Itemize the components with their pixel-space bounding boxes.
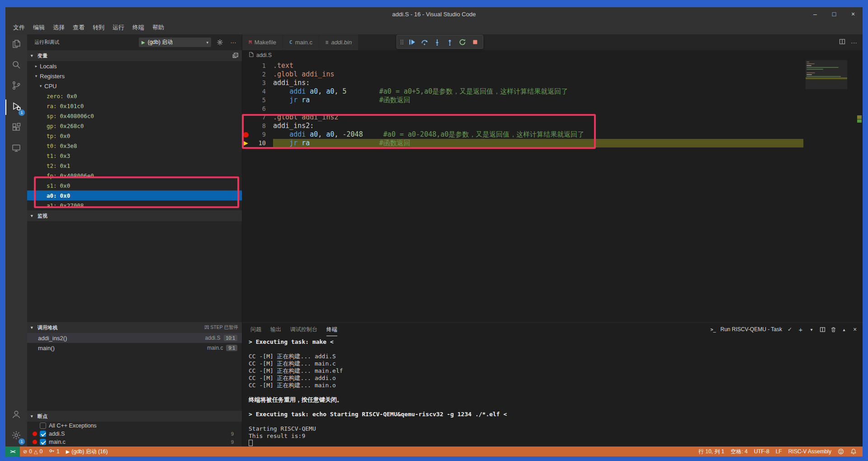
checkbox[interactable]	[40, 423, 46, 429]
breakpoints-section-header[interactable]: ▾ 断点	[27, 411, 242, 422]
register-row[interactable]: gp:0x268c0	[27, 121, 242, 131]
register-row[interactable]: a1:0x27008	[27, 200, 242, 210]
breakpoint-row[interactable]: addi.S9	[27, 430, 242, 438]
code-line[interactable]: 7.globl addi_ins2	[242, 113, 806, 122]
variables-section-header[interactable]: ▾ 变量	[27, 50, 242, 61]
register-row[interactable]: a0:0x0	[27, 190, 242, 200]
cursor-position[interactable]: 行 10, 列 1	[695, 447, 727, 456]
debug-settings-gear-icon[interactable]	[215, 38, 225, 48]
activity-item-extensions[interactable]	[5, 118, 27, 138]
register-row[interactable]: s1:0x0	[27, 181, 242, 190]
activity-item-remote-explorer[interactable]	[5, 138, 27, 159]
breakpoint-icon[interactable]	[243, 132, 249, 138]
encoding-setting[interactable]: UTF-8	[751, 447, 773, 456]
new-terminal-button[interactable]: +	[797, 326, 804, 333]
breakpoint-row[interactable]: All C++ Exceptions	[27, 422, 242, 430]
activity-item-settings[interactable]: 1	[5, 426, 27, 447]
breakpoint-row[interactable]: main.c9	[27, 438, 242, 446]
panel-tab[interactable]: 输出	[270, 323, 281, 336]
close-panel-icon[interactable]: ×	[852, 326, 858, 333]
menu-item[interactable]: 运行	[108, 23, 128, 33]
continue-button[interactable]	[406, 36, 418, 48]
menu-item[interactable]: 转到	[89, 23, 108, 33]
minimap[interactable]	[806, 62, 847, 80]
menu-item[interactable]: 文件	[9, 23, 29, 33]
remote-indicator[interactable]: ><	[5, 447, 20, 456]
menu-item[interactable]: 帮助	[148, 23, 168, 33]
activity-item-account[interactable]	[5, 405, 27, 426]
minimize-button[interactable]: –	[806, 7, 825, 21]
code-line[interactable]: 6	[242, 105, 806, 113]
register-row[interactable]: fp:0x408006e0	[27, 171, 242, 181]
menu-item[interactable]: 终端	[128, 23, 148, 33]
menu-item[interactable]: 编辑	[29, 23, 49, 33]
key-indicator[interactable]: 1	[46, 447, 63, 456]
activity-item-search[interactable]	[5, 55, 27, 76]
indentation-setting[interactable]: 空格: 4	[727, 447, 750, 456]
step-over-button[interactable]	[419, 36, 430, 48]
tab-addi.bin[interactable]: ≡addi.bin	[319, 34, 359, 50]
kill-terminal-icon[interactable]	[830, 327, 836, 333]
code-line[interactable]: 2.globl addi_ins	[242, 70, 806, 79]
code-line[interactable]: 5 jr ra #函数返回	[242, 96, 806, 105]
code-line[interactable]: 8addi_ins2:	[242, 122, 806, 130]
menu-item[interactable]: 选择	[49, 23, 69, 33]
launch-config-dropdown[interactable]: ▶ (gdb) 启动 ▾	[139, 38, 211, 47]
breadcrumb[interactable]: addi.S	[242, 50, 863, 60]
start-debugging-icon[interactable]: ▶	[142, 40, 145, 45]
code-editor[interactable]: 1.text2.globl addi_ins3addi_ins:4 addi a…	[242, 60, 863, 322]
watch-section-header[interactable]: ▾ 监视	[27, 210, 242, 221]
code-line[interactable]: 3addi_ins:	[242, 79, 806, 87]
tree-item-locals[interactable]: ▸ Locals	[27, 61, 242, 71]
split-terminal-icon[interactable]	[819, 327, 826, 333]
activity-item-explorer[interactable]	[5, 34, 27, 55]
chevron-down-icon[interactable]: ▾	[808, 327, 815, 332]
register-row[interactable]: t2:0x1	[27, 161, 242, 171]
register-row[interactable]: ra:0x101c0	[27, 101, 242, 111]
split-editor-icon[interactable]	[839, 38, 845, 46]
feedback-icon[interactable]	[835, 447, 847, 456]
call-stack-section-header[interactable]: ▾ 调用堆栈 因 STEP 已暂停	[27, 322, 242, 333]
collapse-all-icon[interactable]	[232, 52, 238, 59]
code-line[interactable]: 10 jr ra #函数返回	[242, 139, 806, 147]
code-line[interactable]: 1.text	[242, 62, 806, 70]
tab-Makefile[interactable]: MMakefile	[242, 34, 283, 50]
panel-tab[interactable]: 终端	[326, 323, 337, 336]
stop-button[interactable]	[469, 36, 481, 48]
stack-frame[interactable]: addi_ins2()addi.S10:1	[27, 333, 242, 343]
checkbox[interactable]	[40, 431, 46, 437]
register-row[interactable]: tp:0x0	[27, 131, 242, 141]
more-actions-icon[interactable]: ···	[228, 38, 238, 48]
code-line[interactable]: 4 addi a0, a0, 5 #a0 = a0+5,a0是参数，又是返回值，…	[242, 87, 806, 96]
bell-icon[interactable]	[847, 447, 860, 456]
step-into-button[interactable]	[431, 36, 443, 48]
terminal-name-label[interactable]: Run RISCV-QEMU - Task	[721, 326, 782, 333]
panel-tab[interactable]: 问题	[250, 323, 261, 336]
tree-item-cpu[interactable]: ▾ CPU	[27, 81, 242, 91]
register-row[interactable]: zero:0x0	[27, 91, 242, 101]
register-row[interactable]: t0:0x3e8	[27, 141, 242, 151]
step-out-button[interactable]	[444, 36, 456, 48]
drag-handle-icon[interactable]	[399, 38, 405, 46]
code-line[interactable]: 9 addi a0, a0, -2048 #a0 = a0-2048,a0是参数…	[242, 130, 806, 139]
more-actions-icon[interactable]: ···	[851, 39, 857, 46]
activity-item-source-control[interactable]	[5, 76, 27, 97]
maximize-panel-icon[interactable]: ▴	[841, 327, 847, 332]
language-mode[interactable]: RISC-V Assembly	[785, 447, 835, 456]
eol-setting[interactable]: LF	[773, 447, 785, 456]
maximize-button[interactable]: □	[825, 7, 844, 21]
stack-frame[interactable]: main()main.c9:1	[27, 343, 242, 353]
close-button[interactable]: ×	[844, 7, 863, 21]
panel-tab[interactable]: 调试控制台	[290, 323, 317, 336]
register-row[interactable]: t1:0x3	[27, 151, 242, 161]
debug-session-indicator[interactable]: ▶ (gdb) 启动 (16)	[63, 447, 111, 456]
activity-item-run-and-debug[interactable]: 1	[5, 97, 27, 118]
tree-item-registers[interactable]: ▾ Registers	[27, 71, 242, 81]
tab-main.c[interactable]: Cmain.c	[283, 34, 319, 50]
register-row[interactable]: sp:0x408006c0	[27, 111, 242, 121]
terminal-output[interactable]: > Executing task: make <CC -[M] 正在构建... …	[242, 336, 863, 447]
problems-indicator[interactable]: ⊘ 0 △ 0	[20, 447, 46, 456]
checkbox[interactable]	[40, 439, 46, 445]
menu-item[interactable]: 查看	[69, 23, 89, 33]
restart-button[interactable]	[457, 36, 468, 48]
